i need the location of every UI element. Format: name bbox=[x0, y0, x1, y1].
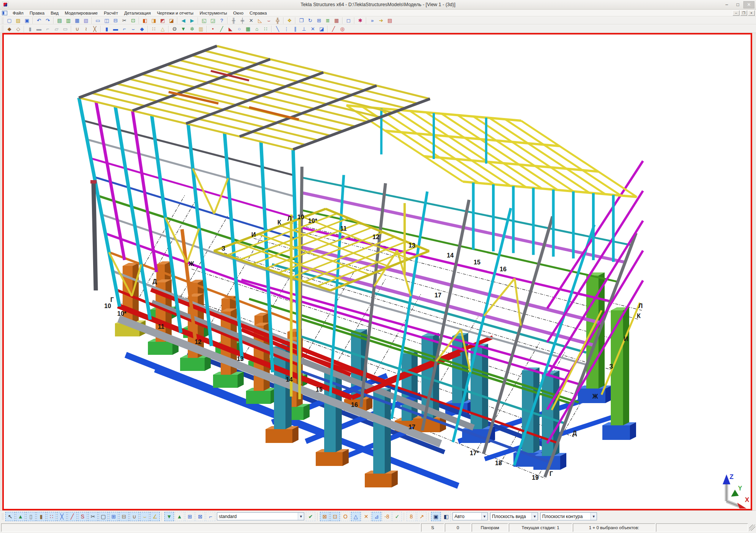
snap-intersection-icon[interactable]: ✕ bbox=[308, 25, 317, 33]
pad-footing-icon[interactable]: ◆ bbox=[5, 25, 14, 33]
copy-icon[interactable]: ▥ bbox=[64, 17, 73, 24]
measure-icon[interactable]: ✕ bbox=[247, 17, 256, 24]
select-objects-in-assemblies-icon[interactable]: ⊟ bbox=[119, 512, 129, 521]
weld-icon[interactable]: △ bbox=[158, 25, 167, 33]
screenshot-icon[interactable]: ◻ bbox=[344, 17, 353, 24]
edit-grid-icon[interactable]: ╪ bbox=[238, 17, 247, 24]
schedule-icon[interactable]: ▦ bbox=[332, 17, 341, 24]
autodefaults-icon[interactable]: ✔ bbox=[306, 512, 315, 521]
fit-work-area-icon[interactable]: ◱ bbox=[200, 17, 208, 24]
point-icon[interactable]: • bbox=[208, 25, 217, 33]
organizer-icon[interactable]: ◪ bbox=[167, 17, 176, 24]
menu-2[interactable]: Правка bbox=[26, 10, 48, 16]
select-distances-icon[interactable]: ∠ bbox=[150, 512, 160, 521]
snap-center-icon[interactable]: ◎ bbox=[338, 25, 347, 33]
plane-part-icon[interactable]: ◧ bbox=[441, 512, 451, 521]
export-icon[interactable]: ➔ bbox=[377, 17, 385, 24]
plane-view-icon[interactable]: ▣ bbox=[431, 512, 441, 521]
rebar-mesh-icon[interactable]: ╳ bbox=[90, 25, 99, 33]
snap-nearest-icon[interactable]: ◪ bbox=[317, 25, 326, 33]
window-split-icon[interactable]: ◫ bbox=[102, 17, 111, 24]
snap-arrow-icon[interactable]: ↗ bbox=[417, 512, 426, 521]
toolbar-grip[interactable] bbox=[2, 26, 4, 32]
snap-corner-icon[interactable]: ⊿ bbox=[372, 512, 381, 521]
contour-planes-combo[interactable]: Плоскости контура▼ bbox=[540, 512, 597, 520]
steel-beam-icon[interactable]: ▬ bbox=[111, 25, 120, 33]
select-planes-icon[interactable]: ⌣ bbox=[140, 512, 149, 521]
paste-special-icon[interactable]: ▧ bbox=[82, 17, 90, 24]
snap-triangle-icon[interactable]: △ bbox=[351, 512, 361, 521]
select-parts-icon[interactable]: ▯ bbox=[26, 512, 36, 521]
select-points-icon[interactable]: ∷ bbox=[47, 512, 56, 521]
cut-icon[interactable]: ✂ bbox=[120, 17, 129, 24]
maximize-button[interactable]: □ bbox=[732, 1, 743, 8]
menu-4[interactable]: Моделирование bbox=[62, 10, 101, 16]
move-rotate-icon[interactable]: ↻ bbox=[306, 17, 315, 24]
chevron-down-icon[interactable]: ▼ bbox=[590, 513, 597, 520]
snap-geometry-icon[interactable]: ⊡ bbox=[330, 512, 340, 521]
measure-arc-icon[interactable]: ⌣ bbox=[264, 17, 273, 24]
fast-forward-icon[interactable]: » bbox=[368, 17, 377, 24]
rebar-icon[interactable]: ≀ bbox=[82, 25, 90, 33]
create-grid-icon[interactable]: ╫ bbox=[229, 17, 238, 24]
plate-icon[interactable]: ◆ bbox=[138, 25, 146, 33]
snap-free-icon[interactable]: ╱ bbox=[329, 25, 338, 33]
chevron-down-icon[interactable]: ▼ bbox=[481, 513, 487, 520]
select-grid-lines-icon[interactable]: ╱ bbox=[67, 512, 77, 521]
select-components-icon[interactable]: ▲ bbox=[16, 512, 25, 521]
minimize-button[interactable]: – bbox=[721, 1, 732, 8]
copy-properties-icon[interactable]: ▤ bbox=[55, 17, 64, 24]
measure-angle-icon[interactable]: ◺ bbox=[256, 17, 264, 24]
components-icon[interactable]: ✲ bbox=[188, 25, 197, 33]
resize-grip[interactable] bbox=[749, 525, 755, 531]
concrete-panel-icon[interactable]: ▭ bbox=[61, 25, 70, 33]
toolbar-grip[interactable] bbox=[2, 18, 4, 24]
select-assemblies-icon[interactable]: ⊞ bbox=[109, 512, 118, 521]
select-grids-icon[interactable]: ╳ bbox=[57, 512, 67, 521]
levels-icon[interactable]: ≣ bbox=[323, 17, 332, 24]
snap-parallel-icon[interactable]: ∥ bbox=[291, 25, 300, 33]
snap-reference-icon[interactable]: ⊠ bbox=[320, 512, 330, 521]
steel-column-icon[interactable]: ▮ bbox=[102, 25, 111, 33]
snap-z-icon[interactable]: -8 bbox=[382, 512, 392, 521]
save-model-icon[interactable]: ▣ bbox=[23, 17, 31, 24]
selection-filter-combo[interactable]: standard▼ bbox=[217, 512, 304, 520]
redo-icon[interactable]: ↷ bbox=[43, 17, 52, 24]
lot-manager-icon[interactable]: ◨ bbox=[149, 17, 158, 24]
copy-translate-icon[interactable]: ❐ bbox=[297, 17, 306, 24]
fit-selected-icon[interactable]: ◲ bbox=[208, 17, 217, 24]
menu-3[interactable]: Вид bbox=[48, 10, 62, 16]
menu-1[interactable]: Файл bbox=[10, 10, 26, 16]
steel-polybeam-icon[interactable]: ⌐ bbox=[120, 25, 129, 33]
concrete-slab-icon[interactable]: ▱ bbox=[52, 25, 61, 33]
macros-icon[interactable]: ✱ bbox=[356, 17, 365, 24]
select-cuts-icon[interactable]: ✂ bbox=[88, 512, 98, 521]
select-welds-icon[interactable]: S bbox=[78, 512, 87, 521]
bolts-icon[interactable]: ∷ bbox=[149, 25, 158, 33]
component-house-icon[interactable]: ⌂ bbox=[253, 25, 261, 33]
point-circle-icon[interactable]: ○ bbox=[235, 25, 244, 33]
components-up-icon[interactable]: ▲ bbox=[175, 512, 184, 521]
mdi-restore-button[interactable]: ❐ bbox=[740, 10, 747, 16]
chevron-down-icon[interactable]: ▼ bbox=[298, 513, 304, 520]
window-list-icon[interactable]: ⊟ bbox=[111, 17, 120, 24]
select-views-icon[interactable]: ▢ bbox=[98, 512, 108, 521]
menu-5[interactable]: Расчёт bbox=[101, 10, 121, 16]
component-box-icon[interactable]: ▦ bbox=[244, 25, 253, 33]
previous-view-icon[interactable]: ◀ bbox=[179, 17, 188, 24]
concrete-polybeam-icon[interactable]: ⌐ bbox=[43, 25, 52, 33]
component-grid-icon[interactable]: ∷ bbox=[261, 25, 270, 33]
curved-beam-icon[interactable]: ⌣ bbox=[129, 25, 138, 33]
auto-connection-icon[interactable]: ▼ bbox=[179, 25, 188, 33]
catalog-icon[interactable]: ▥ bbox=[197, 25, 205, 33]
menu-9[interactable]: Окно bbox=[230, 10, 247, 16]
concrete-beam-icon[interactable]: ▬ bbox=[34, 25, 43, 33]
new-window-icon[interactable]: ▭ bbox=[93, 17, 102, 24]
point-on-line-icon[interactable]: ╱ bbox=[217, 25, 226, 33]
toolbar-grip[interactable] bbox=[2, 513, 4, 520]
menu-6[interactable]: Детализация bbox=[121, 10, 154, 16]
snap-depth-icon[interactable]: 8 bbox=[407, 512, 416, 521]
snap-cross-icon[interactable]: ✕ bbox=[361, 512, 371, 521]
view-plane-combo[interactable]: Плоскость вида▼ bbox=[490, 512, 538, 520]
strip-footing-icon[interactable]: ◇ bbox=[14, 25, 23, 33]
